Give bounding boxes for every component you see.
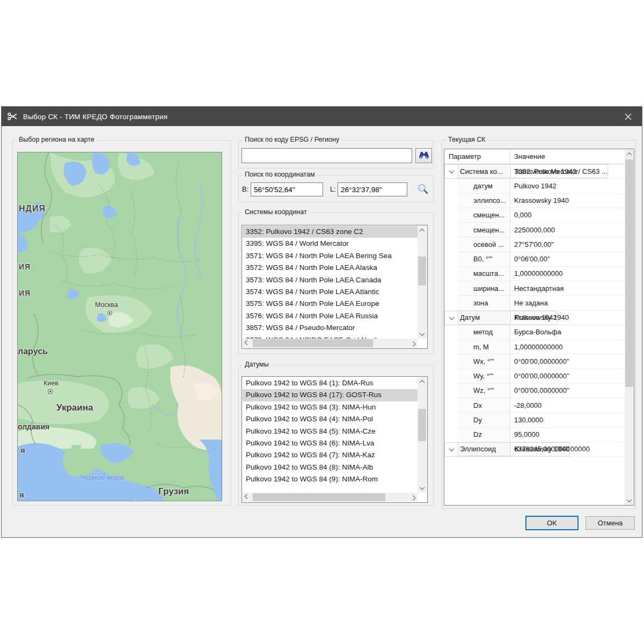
scroll-down-icon[interactable] — [418, 484, 427, 493]
list-item[interactable]: 3576: WGS 84 / North Pole LAEA Russia — [243, 310, 418, 322]
datums-vscroll-thumb[interactable] — [418, 409, 426, 441]
param-column-header[interactable]: Параметр — [444, 149, 510, 164]
table-row[interactable]: Dz95,0000 — [444, 428, 625, 442]
scroll-up-icon[interactable] — [418, 377, 427, 386]
systems-vscroll-thumb[interactable] — [418, 257, 426, 286]
table-row[interactable]: смещен...2250000,000 — [444, 223, 625, 237]
list-item-partial[interactable]: 3973: WGS 84 / NSIDC EASE-Grid North — [243, 334, 418, 339]
param-cell: Датум — [458, 311, 511, 325]
close-button[interactable] — [614, 107, 642, 126]
datums-vscrollbar[interactable] — [418, 377, 427, 493]
table-body: Система ко...3352: Pulkovo 1942 / CS63 .… — [444, 164, 625, 505]
list-item[interactable]: Pulkovo 1942 to WGS 84 (3): NIMA-Hun — [243, 401, 418, 413]
map-label-moldova: олдавия — [18, 422, 49, 431]
table-header: Параметр Значение — [444, 149, 625, 164]
moscow-marker — [107, 311, 112, 316]
list-item[interactable]: 3352: Pulkovo 1942 / CS63 zone C2 — [243, 226, 418, 238]
expander-spacer — [444, 413, 457, 427]
expander-spacer — [444, 179, 457, 193]
list-item[interactable]: 3573: WGS 84 / North Pole LAEA Canada — [243, 274, 418, 286]
table-vscroll-thumb[interactable] — [625, 159, 633, 387]
table-row[interactable]: ширина...Нестандартная — [444, 281, 625, 296]
expander-chevron-icon[interactable] — [445, 165, 458, 178]
value-cell: Нестандартная — [510, 281, 625, 296]
scroll-up-icon[interactable] — [625, 150, 634, 159]
table-row[interactable]: Wy, °'"0°00'00,0000000" — [444, 369, 625, 384]
list-item[interactable]: Pulkovo 1942 to WGS 84 (9): NIMA-Rom — [243, 473, 418, 485]
table-row[interactable]: датумPulkovo 1942 — [444, 179, 625, 193]
epsg-search-button[interactable] — [415, 148, 432, 163]
current-cs-table[interactable]: Параметр Значение Система ко...3352: Pul… — [444, 149, 634, 506]
list-item[interactable]: 3857: WGS 84 / Pseudo-Mercator — [243, 322, 418, 334]
cancel-button[interactable]: Отмена — [586, 516, 635, 530]
expander-chevron-icon[interactable] — [445, 443, 458, 456]
systems-vscrollbar[interactable] — [418, 226, 427, 339]
list-item[interactable]: 3575: WGS 84 / North Pole LAEA Europe — [243, 298, 418, 310]
list-item[interactable]: Pulkovo 1942 to WGS 84 (4): NIMA-Pol — [243, 413, 418, 425]
table-vscrollbar[interactable] — [625, 150, 634, 505]
table-row[interactable]: Wx, °'"0°00'00,0000000" — [444, 354, 625, 369]
list-item[interactable]: 3395: WGS 84 / World Mercator — [243, 238, 418, 250]
scroll-right-icon[interactable] — [408, 493, 418, 502]
value-cell: 0°06'00,00" — [510, 252, 625, 267]
table-row[interactable]: Dx-28,0000 — [444, 398, 625, 413]
title-bar[interactable]: Выбор СК - ТИМ КРЕДО Фотограмметрия — [2, 107, 642, 126]
datums-hscrollbar[interactable] — [243, 493, 418, 502]
table-row[interactable]: осевой ...27°57'00,00" — [444, 237, 625, 252]
epsg-search-input[interactable] — [241, 148, 412, 163]
list-item[interactable]: 3574: WGS 84 / North Pole LAEA Atlantic — [243, 286, 418, 298]
list-item[interactable]: Pulkovo 1942 to WGS 84 (5): NIMA-Cze — [243, 426, 418, 437]
scroll-down-icon[interactable] — [625, 496, 634, 505]
table-row[interactable]: эллипсо...Krassowsky 1940 — [444, 194, 625, 208]
value-column-header[interactable]: Значение — [510, 149, 625, 164]
ok-button[interactable]: OK — [525, 516, 579, 530]
coord-search-button[interactable] — [416, 182, 430, 196]
scroll-down-icon[interactable] — [418, 330, 427, 339]
systems-list-rows: 3352: Pulkovo 1942 / CS63 zone C23395: W… — [243, 226, 418, 339]
value-cell: 95,0000 — [510, 428, 625, 442]
table-row[interactable]: ДатумPulkovo 1942 — [444, 311, 558, 325]
list-item[interactable]: 3572: WGS 84 / North Pole LAEA Alaska — [243, 262, 418, 274]
table-row[interactable]: Wz, °'"0°00'00,0000000" — [444, 384, 625, 398]
list-item[interactable]: 3571: WGS 84 / North Pole LAEA Bering Se… — [243, 250, 418, 262]
coordinate-systems-group: Системы координат 3352: Pulkovo 1942 / C… — [238, 213, 434, 354]
datums-hscroll-thumb[interactable] — [253, 493, 385, 501]
list-item[interactable]: Pulkovo 1942 to WGS 84 (1): DMA-Rus — [243, 377, 418, 389]
table-row[interactable]: B0, °'"0°06'00,00" — [444, 252, 625, 267]
table-row[interactable]: Система ко...3352: Pulkovo 1942 / CS63 .… — [444, 164, 608, 179]
l-coordinate-input[interactable] — [338, 182, 407, 196]
param-cell: Dz — [457, 428, 510, 442]
value-cell: 0°00'00,0000000" — [510, 354, 625, 369]
list-item[interactable]: Pulkovo 1942 to WGS 84 (8): NIMA-Alb — [243, 462, 418, 473]
table-row[interactable]: Dy130,0000 — [444, 413, 625, 427]
systems-hscroll-thumb[interactable] — [253, 339, 373, 347]
table-row[interactable]: масшта...1,00000000000 — [444, 267, 625, 281]
param-cell: ширина... — [457, 281, 510, 296]
table-row[interactable]: m, M1,00000000000 — [444, 340, 625, 354]
map-label-moscow: Москва — [95, 301, 118, 309]
param-cell: смещен... — [457, 223, 510, 237]
b-coordinate-input[interactable] — [251, 182, 323, 196]
scroll-up-icon[interactable] — [418, 226, 427, 235]
region-map[interactable]: НДИЯ ИЯ ИЯ Москва ларусь Киев Украина ол… — [17, 152, 222, 501]
list-item[interactable]: Pulkovo 1942 to WGS 84 (17): GOST-Rus — [243, 389, 418, 401]
window-title: Выбор СК - ТИМ КРЕДО Фотограмметрия — [23, 113, 167, 121]
expander-chevron-icon[interactable] — [445, 311, 458, 325]
table-row[interactable]: ЭллипсоидKrassowsky 1940 — [444, 442, 570, 457]
coordinate-systems-list[interactable]: 3352: Pulkovo 1942 / CS63 zone C23395: W… — [241, 225, 428, 349]
list-item[interactable]: Pulkovo 1942 to WGS 84 (6): NIMA-Lva — [243, 437, 418, 449]
list-item[interactable]: Pulkovo 1942 to WGS 84 (7): NIMA-Kaz — [243, 449, 418, 461]
value-cell: 130,0000 — [510, 413, 625, 427]
scroll-right-icon[interactable] — [408, 339, 418, 348]
table-row[interactable]: смещен...0,000 — [444, 208, 625, 223]
systems-hscrollbar[interactable] — [243, 339, 418, 348]
expander-spacer — [444, 428, 457, 442]
scroll-left-icon[interactable] — [243, 493, 252, 502]
expander-spacer — [444, 354, 457, 369]
table-row[interactable]: методБурса-Вольфа — [444, 325, 625, 340]
value-cell: 3352: Pulkovo 1942 / CS63 ... — [511, 165, 608, 178]
scroll-left-icon[interactable] — [243, 339, 252, 348]
table-row[interactable]: зонаНе задана — [444, 296, 625, 310]
param-cell: масшта... — [457, 267, 510, 281]
datums-list[interactable]: Pulkovo 1942 to WGS 84 (1): DMA-RusPulko… — [241, 376, 428, 503]
